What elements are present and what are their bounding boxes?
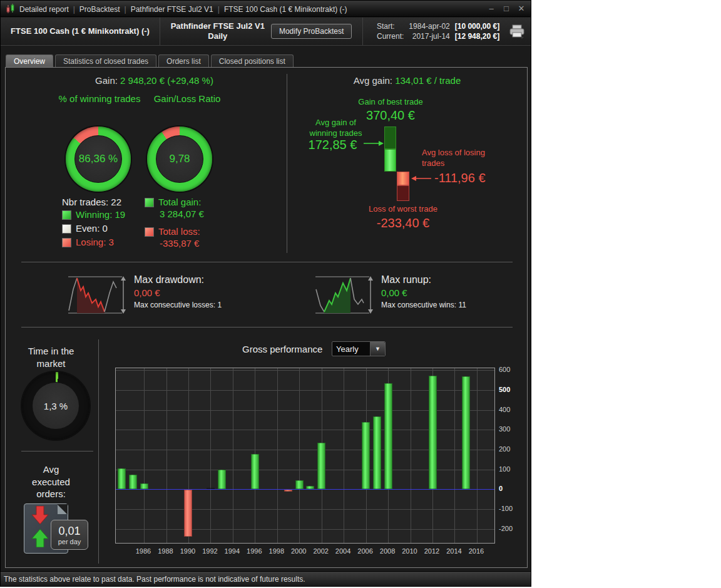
x-tick-label: 2000 (290, 547, 307, 555)
avg-win-bar (384, 149, 396, 172)
year-bar-2000 (295, 480, 304, 490)
tab-overview[interactable]: Overview (6, 54, 53, 68)
time-in-market-value: 1,3 % (32, 382, 79, 430)
x-tick-label: 2008 (379, 547, 396, 555)
avg-loss-label: Avg loss of losingtrades (422, 148, 522, 169)
winning-trades-donut: 86,36 % (66, 126, 131, 192)
x-tick-label: 1998 (268, 547, 285, 555)
total-loss-block: Total loss: -335,87 € (145, 226, 200, 249)
period-dropdown-value: Yearly (332, 344, 370, 354)
total-loss-swatch (145, 227, 154, 237)
worst-trade-label: Loss of worst trade (337, 204, 469, 214)
overview-panel: Gain: 2 948,20 € (+29,48 %) % of winning… (5, 67, 528, 568)
tab-statistics-of-closed-trades[interactable]: Statistics of closed trades (55, 54, 156, 68)
year-bar-2002 (317, 443, 325, 490)
period-dropdown[interactable]: Yearly ▼ (332, 341, 386, 356)
sell-arrow-icon (31, 506, 49, 525)
x-tick-label: 1986 (135, 547, 152, 555)
y-tick-label: 100 (499, 465, 510, 473)
year-bar-1984 (118, 468, 126, 489)
year-bar-1990 (184, 490, 192, 537)
year-bar-1985 (129, 475, 137, 490)
legend-item: Winning: 19 (62, 209, 125, 220)
year-bar-2015 (462, 376, 470, 489)
runup-value: 0,00 € (381, 287, 466, 298)
x-tick-label: 2016 (468, 547, 485, 555)
red-swatch (62, 238, 71, 247)
winning-trades-value: 86,36 % (74, 135, 122, 183)
avg-loss-value: -111,96 € (434, 171, 525, 185)
avg-orders-value-box: 0,01 per day (51, 520, 88, 550)
close-button[interactable]: ✕ (517, 1, 526, 17)
avg-gain-panel: Avg gain: 134,01 € / trade Gain of best … (287, 68, 527, 255)
y-tick-label: 300 (499, 425, 510, 433)
year-bar-1996 (251, 454, 259, 489)
avg-loss-bar (397, 172, 409, 185)
window-title: Detailed report|ProBacktest|Pathfinder F… (19, 3, 347, 14)
tab-closed-positions-list[interactable]: Closed positions list (211, 54, 294, 68)
x-tick-label: 2010 (401, 547, 419, 555)
x-tick-label: 2006 (357, 547, 374, 555)
avg-loss-arrow-icon (411, 175, 431, 182)
green-swatch (62, 210, 71, 220)
year-bar-2006 (362, 422, 370, 490)
legend-item: Losing: 3 (62, 237, 125, 247)
drawdown-value: 0,00 € (134, 287, 222, 298)
winning-trades-donut-label: % of winning trades (49, 93, 150, 105)
title-bar: Detailed report|ProBacktest|Pathfinder F… (1, 1, 531, 17)
gross-performance-chart (115, 368, 495, 544)
best-trade-bar (384, 126, 396, 149)
best-trade-label: Gain of best trade (325, 97, 456, 106)
x-tick-label: 2004 (334, 547, 352, 555)
title-segment: Detailed report (19, 5, 69, 14)
avg-orders-label: Avgexecutedorders: (6, 463, 96, 500)
y-tick-label: 500 (499, 386, 510, 393)
time-in-market-label: Time in themarket (6, 345, 96, 369)
gain-loss-ratio-donut: 9,78 (147, 126, 212, 192)
tab-orders-list[interactable]: Orders list (158, 54, 209, 68)
status-bar: The statistics above relate to past data… (1, 571, 531, 587)
gain-loss-ratio-donut-label: Gain/Loss Ratio (153, 93, 222, 105)
year-bar-1986 (140, 483, 148, 490)
worst-trade-bar (397, 185, 409, 201)
gain-summary: Gain: 2 948,20 € (+29,48 %) (24, 75, 284, 86)
minimize-button[interactable]: – (487, 1, 496, 17)
legend-item: Even: 0 (62, 223, 125, 234)
x-tick-label: 2002 (312, 547, 330, 555)
print-icon[interactable] (508, 24, 526, 39)
system-name: Pathfinder FTSE Jul2 V1 Daily (171, 21, 265, 42)
runup-chart-icon (314, 274, 377, 316)
x-tick-label: 1990 (179, 547, 197, 555)
title-segment: FTSE 100 Cash (1 € Minikontrakt) (-) (224, 5, 347, 14)
avg-win-value: 172,85 € (287, 138, 378, 152)
modify-probacktest-button[interactable]: Modify ProBacktest (271, 24, 352, 39)
year-bar-2007 (373, 416, 381, 490)
title-segment: ProBacktest (79, 5, 120, 14)
y-tick-label: 0 (499, 485, 503, 492)
x-tick-label: 1992 (201, 547, 218, 555)
gain-loss-ratio-value: 9,78 (156, 135, 203, 183)
title-segment: Pathfinder FTSE Jul2 V1 (131, 5, 213, 14)
chevron-down-icon: ▼ (370, 342, 385, 356)
gross-performance-title: Gross performance (242, 344, 322, 354)
y-tick-label: 400 (499, 406, 510, 413)
report-header: FTSE 100 Cash (1 € Minikontrakt) (-) Pat… (1, 18, 531, 46)
worst-trade-value: -233,40 € (337, 216, 469, 230)
x-tick-label: 1988 (157, 547, 175, 555)
x-tick-label: 2014 (445, 547, 463, 555)
avg-win-label: Avg gain ofwinning trades (294, 118, 378, 139)
runup-block: Max runup: 0,00 € Max consecutive wins: … (381, 274, 466, 309)
white-swatch (62, 224, 71, 234)
y-tick-label: -100 (499, 505, 513, 512)
y-tick-label: 200 (499, 445, 510, 453)
drawdown-block: Max drawdown: 0,00 € Max consecutive los… (134, 274, 222, 309)
candlestick-app-icon (6, 4, 16, 14)
year-bar-1999 (284, 490, 292, 492)
instrument-name: FTSE 100 Cash (1 € Minikontrakt) (-) (11, 26, 150, 36)
maximize-button[interactable]: □ (502, 1, 511, 17)
year-bar-1993 (218, 470, 226, 490)
avg-gain-summary: Avg gain: 134,01 € / trade (287, 75, 527, 86)
start-current-values: Start: 1984-apr-02 [10 000,00 €] Current… (377, 22, 499, 41)
year-bar-2008 (384, 383, 392, 489)
y-tick-label: -200 (499, 525, 513, 532)
